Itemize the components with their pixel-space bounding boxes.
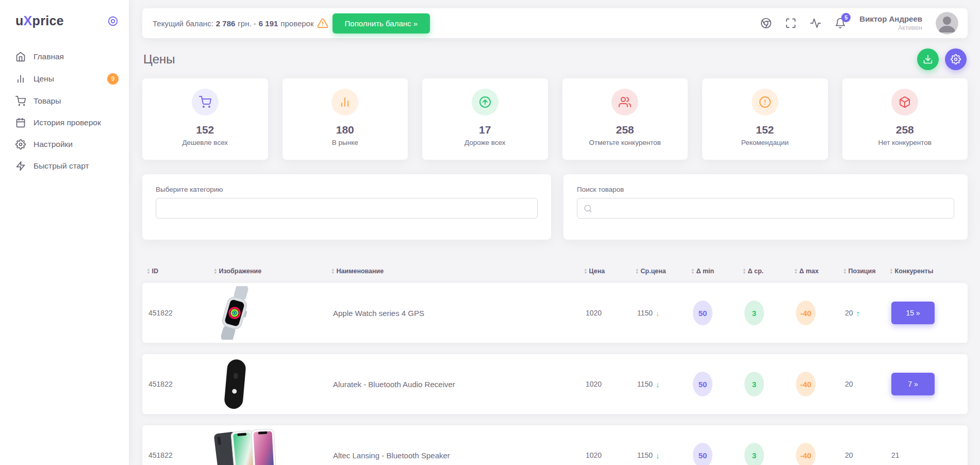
notifications-count-badge: 5 [841,13,851,22]
topbar: Текущий баланс: 2 786 грн. - 6 191 прове… [142,8,968,38]
balance-currency: грн. - [238,19,256,28]
user-info: Виктор Андреев Активен [859,14,922,32]
cell-avg-price: 1150 ↓ [631,309,687,318]
sort-icon: ▴▾ [795,268,797,274]
avatar[interactable] [936,12,958,35]
stat-value: 258 [896,124,914,136]
arrow-up-circle-icon [472,89,499,115]
home-icon [15,52,26,62]
stat-value: 152 [756,124,774,136]
cell-delta-max: -40 [790,372,839,396]
column-header-competitors[interactable]: ▴▾Конкуренты [885,268,968,275]
column-header-price[interactable]: ▴▾Цена [579,268,631,275]
stat-card-mark-competitors[interactable]: 258 Отметьте конкурентов [562,78,688,160]
browser-icon[interactable] [760,18,772,29]
balance-warning-icon [317,18,328,29]
sidebar-pin-icon[interactable] [107,15,119,27]
cell-id: 451822 [142,451,209,459]
search-icon [584,204,592,213]
product-image [209,357,327,411]
user-status: Активен [859,24,922,32]
topbar-right: 5 Виктор Андреев Активен [760,12,962,35]
sidebar-item-label: Главная [34,52,64,61]
calendar-icon [15,118,26,128]
cell-delta-min: 50 [687,443,738,465]
sidebar-item-history[interactable]: История проверок [0,112,129,134]
cell-position: 20 [839,380,885,388]
trend-down-icon: ↓ [656,380,660,389]
stat-card-recommendations[interactable]: 152 Рекомендации [702,78,828,160]
stat-value: 17 [479,124,491,136]
competitors-button[interactable]: 15 » [891,302,935,324]
position-value: 20 [845,451,853,459]
cell-delta-avg: 3 [738,443,790,465]
stat-value: 152 [196,124,214,136]
column-header-position[interactable]: ▴▾Позиция [839,268,885,275]
table-settings-button[interactable] [945,48,967,70]
sidebar-item-products[interactable]: Товары [0,90,129,112]
settings-icon [15,139,26,150]
search-filter-label: Поиск товаров [577,186,954,193]
column-header-name[interactable]: ▴▾Наименование [327,268,579,275]
sidebar-item-prices[interactable]: Цены 9 [0,68,129,90]
delta-min-pill: 50 [693,443,712,465]
stat-card-cheapest[interactable]: 152 Дешевле всех [142,78,268,160]
cell-delta-min: 50 [687,372,738,396]
notifications-bell-icon[interactable]: 5 [835,18,846,29]
search-filter-card: Поиск товаров [563,174,968,240]
delta-min-pill: 50 [693,301,712,325]
sidebar-menu: Главная Цены 9 Товары История проверок Н… [0,46,129,177]
table-row[interactable]: 451822 [142,425,968,465]
sidebar-item-label: Настройки [34,140,73,149]
column-header-image[interactable]: ▴▾Изображение [209,268,327,275]
position-value: 20 [845,309,853,317]
logo-rest: price [32,13,64,28]
fullscreen-icon[interactable] [785,18,796,29]
cell-position: 20 [839,451,885,459]
column-header-delta-max[interactable]: ▴▾Δ max [790,268,839,275]
sidebar-item-settings[interactable]: Настройки [0,134,129,155]
table-row[interactable]: 451822 Aluratek - Bluetooth Audio Receiv… [142,354,968,414]
page-title: Цены [143,52,175,67]
sidebar-item-home[interactable]: Главная [0,46,129,68]
cart-icon [192,89,219,115]
filters: Выберите категорию Поиск товаров [142,174,968,240]
competitors-button[interactable]: 7 » [891,373,935,395]
cell-price: 1020 [579,380,631,388]
delta-avg-pill: 3 [744,443,764,465]
stat-value: 258 [616,124,634,136]
cell-avg-price: 1150 ↓ [631,451,687,460]
activity-icon[interactable] [810,18,821,29]
sidebar: uXprice Главная Цены 9 Товары История пр… [0,0,129,465]
page-actions [917,48,967,70]
product-image [209,428,327,465]
sidebar-item-quickstart[interactable]: Быстрый старт [0,155,129,177]
column-header-delta-min[interactable]: ▴▾Δ min [687,268,738,275]
delta-avg-pill: 3 [744,301,764,325]
column-header-delta-avg[interactable]: ▴▾Δ ср. [738,268,790,275]
cell-competitors: 21 [885,451,968,459]
cell-delta-max: -40 [790,443,839,465]
topup-balance-button[interactable]: Пополнить баланс » [333,13,430,34]
sort-icon: ▴▾ [332,268,334,274]
cell-competitors: 15 » [885,302,968,324]
category-select[interactable] [156,198,538,219]
stat-card-most-expensive[interactable]: 17 Дороже всех [422,78,548,160]
column-header-id[interactable]: ▴▾ID [142,268,209,275]
export-download-button[interactable] [917,48,939,70]
table-row[interactable]: 451822 [142,283,968,343]
column-header-avg-price[interactable]: ▴▾Ср.цена [631,268,687,275]
user-name: Виктор Андреев [859,14,922,24]
delta-max-pill: -40 [796,443,816,465]
sidebar-item-label: Товары [34,96,61,106]
search-box[interactable] [577,198,954,219]
logo-u: u [15,13,24,28]
delta-max-pill: -40 [796,301,816,325]
category-select-input[interactable] [162,204,531,212]
cell-position: 20 ↑ [839,309,885,318]
delta-avg-pill: 3 [744,372,764,396]
stat-card-in-market[interactable]: 180 В рынке [283,78,408,160]
search-input[interactable] [596,204,948,212]
prices-count-badge: 9 [107,73,119,85]
stat-card-no-competitors[interactable]: 258 Нет конкурентов [842,78,968,160]
